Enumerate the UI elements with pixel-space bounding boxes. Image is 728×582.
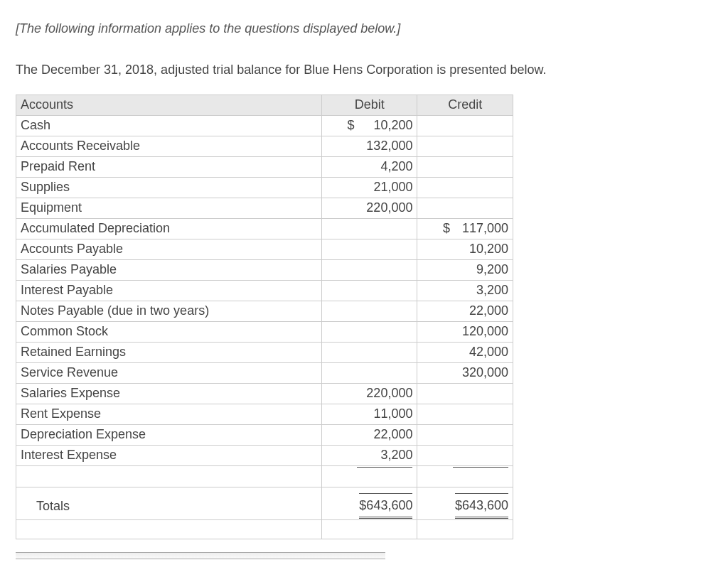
table-row: Notes Payable (due in two years)22,000 <box>16 301 513 321</box>
debit-value: 220,000 <box>357 384 412 402</box>
debit-value: 220,000 <box>357 199 412 216</box>
account-name: Depreciation Expense <box>16 424 322 445</box>
credit-value: 117,000 <box>453 220 508 237</box>
debit-amount: 4,200 <box>321 156 417 177</box>
credit-amount: 42,000 <box>417 342 513 362</box>
trial-balance-table: Accounts Debit Credit Cash$10,200Account… <box>16 95 513 540</box>
credit-value: 3,200 <box>453 281 508 298</box>
table-row: Interest Expense3,200 <box>16 445 513 465</box>
debit-value: 10,200 <box>357 117 412 134</box>
debit-value: 132,000 <box>357 137 412 154</box>
credit-value: 320,000 <box>453 364 508 381</box>
debit-amount <box>321 321 417 342</box>
currency-symbol: $ <box>347 117 357 134</box>
credit-amount <box>417 177 513 198</box>
credit-amount: 120,000 <box>417 321 513 342</box>
account-name: Rent Expense <box>16 404 322 424</box>
table-row: Retained Earnings42,000 <box>16 342 513 362</box>
table-row: Salaries Expense220,000 <box>16 383 513 404</box>
table-row: Equipment220,000 <box>16 198 513 218</box>
account-name: Accounts Payable <box>16 239 322 259</box>
account-name: Cash <box>16 115 322 136</box>
account-name: Interest Payable <box>16 280 322 301</box>
credit-value: 9,200 <box>453 261 508 278</box>
credit-amount <box>417 383 513 404</box>
account-name: Interest Expense <box>16 445 322 465</box>
intro-note: [The following information applies to th… <box>16 20 712 37</box>
table-row: Interest Payable3,200 <box>16 280 513 301</box>
lead-text: The December 31, 2018, adjusted trial ba… <box>16 61 712 78</box>
horizontal-scrollbar[interactable] <box>16 552 385 559</box>
account-name: Prepaid Rent <box>16 156 322 177</box>
totals-debit: $643,600 <box>359 493 412 519</box>
debit-amount: 220,000 <box>321 383 417 404</box>
credit-amount <box>417 424 513 445</box>
debit-amount <box>321 280 417 301</box>
debit-value: 3,200 <box>357 446 412 463</box>
credit-amount <box>417 404 513 424</box>
credit-amount: 320,000 <box>417 362 513 383</box>
credit-amount: $117,000 <box>417 218 513 239</box>
credit-value: 22,000 <box>453 302 508 319</box>
table-row: Supplies21,000 <box>16 177 513 198</box>
header-credit: Credit <box>417 95 513 115</box>
subtotal-rule-row <box>16 465 513 487</box>
credit-value: 42,000 <box>453 343 508 360</box>
table-row: Accounts Payable10,200 <box>16 239 513 259</box>
table-row: Accounts Receivable132,000 <box>16 136 513 156</box>
table-row: Common Stock120,000 <box>16 321 513 342</box>
account-name: Common Stock <box>16 321 322 342</box>
totals-label: Totals <box>16 487 322 519</box>
account-name: Notes Payable (due in two years) <box>16 301 322 321</box>
credit-amount: 3,200 <box>417 280 513 301</box>
account-name: Salaries Expense <box>16 383 322 404</box>
account-name: Supplies <box>16 177 322 198</box>
credit-amount: 10,200 <box>417 239 513 259</box>
debit-amount: $10,200 <box>321 115 417 136</box>
currency-symbol: $ <box>443 220 453 237</box>
credit-amount: 22,000 <box>417 301 513 321</box>
debit-amount: 11,000 <box>321 404 417 424</box>
credit-amount: 9,200 <box>417 259 513 280</box>
debit-value: 22,000 <box>357 426 412 443</box>
table-header-row: Accounts Debit Credit <box>16 95 513 115</box>
debit-value: 11,000 <box>357 405 412 422</box>
credit-amount <box>417 156 513 177</box>
debit-amount <box>321 239 417 259</box>
table-row: Cash$10,200 <box>16 115 513 136</box>
debit-amount <box>321 301 417 321</box>
totals-row: Totals$643,600$643,600 <box>16 487 513 519</box>
debit-value: 21,000 <box>357 178 412 195</box>
blank-row <box>16 520 513 539</box>
account-name: Service Revenue <box>16 362 322 383</box>
header-accounts: Accounts <box>16 95 322 115</box>
debit-amount: 220,000 <box>321 198 417 218</box>
account-name: Salaries Payable <box>16 259 322 280</box>
credit-amount <box>417 136 513 156</box>
table-row: Service Revenue320,000 <box>16 362 513 383</box>
credit-amount <box>417 445 513 465</box>
table-row: Prepaid Rent4,200 <box>16 156 513 177</box>
header-debit: Debit <box>321 95 417 115</box>
totals-credit: $643,600 <box>455 493 508 519</box>
account-name: Accumulated Depreciation <box>16 218 322 239</box>
debit-value: 4,200 <box>357 158 412 175</box>
debit-amount <box>321 362 417 383</box>
table-row: Salaries Payable9,200 <box>16 259 513 280</box>
account-name: Retained Earnings <box>16 342 322 362</box>
credit-amount <box>417 198 513 218</box>
table-row: Depreciation Expense22,000 <box>16 424 513 445</box>
credit-value: 10,200 <box>453 240 508 257</box>
account-name: Equipment <box>16 198 322 218</box>
debit-amount <box>321 218 417 239</box>
debit-amount: 132,000 <box>321 136 417 156</box>
debit-amount: 21,000 <box>321 177 417 198</box>
credit-value: 120,000 <box>453 323 508 340</box>
table-row: Accumulated Depreciation$117,000 <box>16 218 513 239</box>
table-row: Rent Expense11,000 <box>16 404 513 424</box>
debit-amount: 3,200 <box>321 445 417 465</box>
debit-amount <box>321 342 417 362</box>
account-name: Accounts Receivable <box>16 136 322 156</box>
debit-amount <box>321 259 417 280</box>
credit-amount <box>417 115 513 136</box>
